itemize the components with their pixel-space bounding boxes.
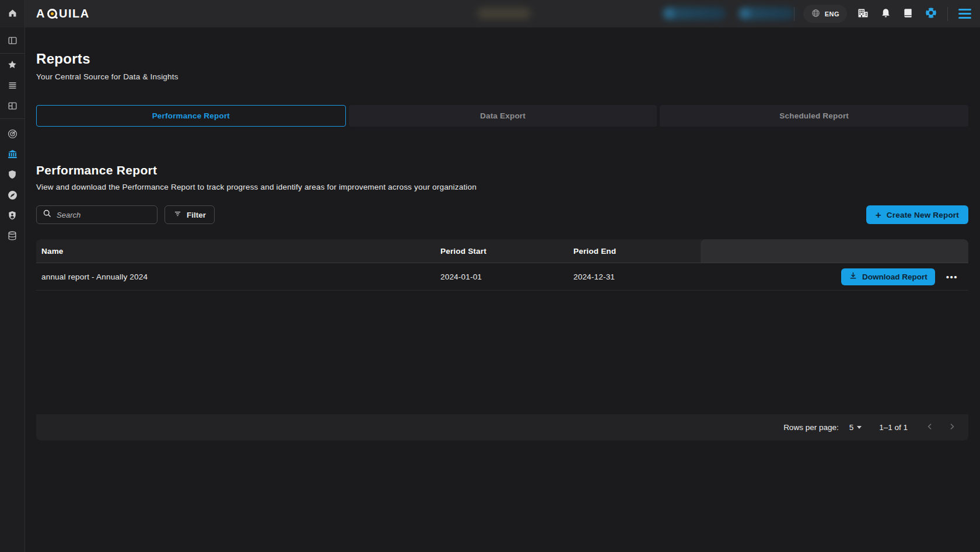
tab-scheduled-report[interactable]: Scheduled Report: [660, 105, 968, 127]
rows-per-page-label: Rows per page:: [783, 423, 839, 432]
report-tabs: Performance Report Data Export Scheduled…: [36, 105, 968, 127]
filter-button[interactable]: Filter: [164, 205, 215, 224]
table-header-row: Name Period Start Period End: [36, 239, 968, 263]
organization-button[interactable]: [856, 6, 870, 22]
globe-icon: [811, 8, 821, 19]
chevron-right-icon: [947, 422, 957, 433]
notifications-button[interactable]: [879, 6, 892, 22]
sidebar: [0, 0, 25, 552]
next-page-button[interactable]: [945, 420, 959, 435]
table-controls: Filter + Create New Report: [36, 205, 968, 224]
sidebar-item-list[interactable]: [0, 76, 24, 96]
list-icon: [8, 81, 18, 92]
divider: [794, 7, 794, 21]
brand-logo: AUILA: [36, 7, 90, 20]
table-empty-area: [36, 291, 968, 414]
search-icon: [43, 209, 52, 221]
sidebar-item-compass[interactable]: [0, 186, 24, 206]
page-subtitle: Your Central Source for Data & Insights: [36, 72, 968, 81]
row-more-button[interactable]: •••: [943, 270, 961, 284]
menu-button[interactable]: [957, 7, 973, 20]
menu-icon: [958, 9, 971, 19]
logo-q-mark: [47, 9, 57, 19]
sidebar-item-security[interactable]: [0, 165, 24, 186]
table-row: annual report - Annually 2024 2024-01-01…: [36, 263, 968, 291]
column-header-name: Name: [36, 247, 440, 256]
filter-label: Filter: [187, 211, 206, 219]
cell-report-name: annual report - Annually 2024: [36, 272, 440, 281]
chevron-down-icon: [857, 426, 862, 429]
cell-period-start: 2024-01-01: [440, 272, 573, 281]
sidebar-divider: [0, 53, 24, 54]
download-report-button[interactable]: Download Report: [841, 268, 935, 285]
star-icon: [7, 60, 18, 72]
sidebar-item-database[interactable]: [0, 226, 24, 247]
redacted-chip[interactable]: [663, 7, 726, 20]
column-header-period-start: Period Start: [440, 247, 573, 256]
building-icon: [857, 8, 869, 20]
pagination-range: 1–1 of 1: [879, 423, 908, 432]
sidebar-item-user-admin[interactable]: [0, 206, 24, 226]
dartboard-icon: [7, 128, 18, 141]
main-content: Reports Your Central Source for Data & I…: [25, 27, 980, 552]
section-description: View and download the Performance Report…: [36, 183, 968, 191]
divider: [947, 7, 948, 21]
tab-performance-report[interactable]: Performance Report: [36, 105, 346, 127]
shield-icon: [7, 169, 18, 181]
section-title: Performance Report: [36, 163, 968, 177]
rows-per-page-select[interactable]: 5: [849, 423, 862, 432]
language-label: ENG: [825, 11, 839, 18]
download-report-label: Download Report: [862, 272, 928, 281]
search-input[interactable]: [57, 211, 151, 219]
table-pagination: Rows per page: 5 1–1 of 1: [36, 414, 968, 441]
column-header-period-end: Period End: [573, 247, 701, 256]
cell-period-end: 2024-12-31: [573, 272, 701, 281]
docs-button[interactable]: [901, 6, 915, 22]
home-button[interactable]: [0, 0, 24, 27]
topbar: AUILA ENG: [25, 0, 980, 27]
sidebar-item-reports-active[interactable]: [0, 145, 24, 165]
sidebar-divider: [0, 118, 24, 119]
chevron-left-icon: [925, 422, 935, 433]
redacted-text: [477, 8, 531, 19]
sidebar-item-layout[interactable]: [0, 96, 24, 117]
search-box[interactable]: [36, 205, 158, 224]
help-button[interactable]: [923, 5, 939, 22]
redacted-chip[interactable]: [738, 7, 794, 20]
database-icon: [7, 230, 18, 243]
tab-data-export[interactable]: Data Export: [349, 105, 657, 127]
layout-icon: [8, 101, 18, 113]
sidebar-item-panel[interactable]: [0, 31, 24, 51]
bank-icon: [7, 149, 18, 162]
help-ring-icon: [925, 6, 937, 21]
create-new-report-label: Create New Report: [887, 211, 959, 219]
rows-per-page-value: 5: [849, 423, 854, 432]
cell-actions: Download Report •••: [701, 263, 968, 290]
bell-icon: [880, 8, 891, 20]
column-header-actions: [701, 239, 968, 263]
sidebar-item-favorites[interactable]: [0, 55, 24, 76]
previous-page-button[interactable]: [923, 420, 937, 435]
filter-icon: [173, 209, 182, 220]
app-root: AUILA ENG: [0, 0, 980, 552]
compass-icon: [7, 190, 18, 202]
plus-icon: +: [876, 210, 881, 220]
panel-left-icon: [8, 36, 18, 47]
page-title: Reports: [36, 51, 968, 67]
download-icon: [849, 271, 858, 282]
book-icon: [902, 8, 914, 20]
topbar-actions: ENG: [794, 0, 973, 27]
user-badge-icon: [7, 210, 18, 222]
home-icon: [8, 8, 18, 20]
reports-table: Name Period Start Period End annual repo…: [36, 239, 968, 441]
create-new-report-button[interactable]: + Create New Report: [866, 205, 968, 224]
language-selector[interactable]: ENG: [803, 5, 847, 23]
sidebar-item-targets[interactable]: [0, 124, 24, 145]
